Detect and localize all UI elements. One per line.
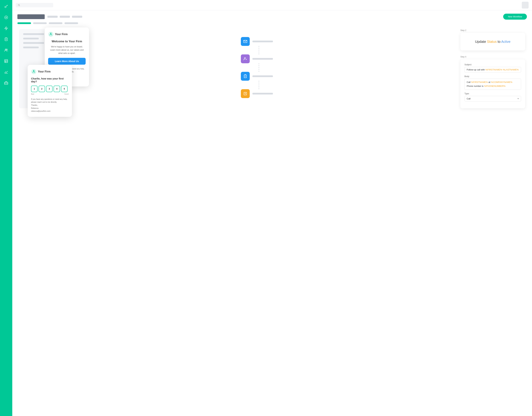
tab-1 bbox=[48, 16, 58, 18]
svg-point-7 bbox=[5, 49, 6, 50]
welcome-firm-name: Your Firm bbox=[55, 33, 67, 36]
body-input[interactable]: Call %FIRSTNAME% at %COMPANYNAME% Phone … bbox=[465, 79, 521, 90]
survey-modal-header: Your Firm bbox=[31, 69, 68, 74]
workflow-steps-center: Step 1 bbox=[62, 29, 452, 108]
rating-3[interactable]: 3 bbox=[46, 86, 53, 92]
workflow-step-3 bbox=[241, 72, 273, 81]
welcome-body: We're happy to have you on board. Learn … bbox=[48, 45, 86, 55]
workflow-step-1 bbox=[241, 37, 273, 46]
briefcase-icon[interactable] bbox=[3, 80, 9, 86]
type-label: Type: bbox=[465, 93, 521, 95]
step2-title: Update Status to Active bbox=[466, 40, 520, 44]
survey-footer-email: rebecca@yourfirm.com bbox=[31, 110, 68, 113]
skeleton-2 bbox=[23, 38, 39, 39]
subject-vars: %FIRSTNAME% %LASTNAME% bbox=[485, 68, 519, 71]
body-group: Body: Call %FIRSTNAME% at %COMPANYNAME% … bbox=[465, 75, 521, 90]
topbar bbox=[12, 0, 532, 10]
learn-more-button[interactable]: Learn More About Us bbox=[48, 58, 86, 65]
workflow-wrapper: Step 1 bbox=[17, 28, 527, 110]
body-line2-prefix: Phone number is bbox=[467, 85, 484, 87]
sidebar bbox=[0, 0, 12, 416]
subject-input[interactable]: Follow-up call with %FIRSTNAME% %LASTNAM… bbox=[465, 67, 521, 73]
rating-good-label: Good bbox=[65, 93, 68, 95]
new-workflow-button[interactable]: New Workflow bbox=[503, 14, 527, 20]
step4-group: Step 4 Subject: Follow-up call with %FIR… bbox=[460, 56, 525, 108]
step2-icon bbox=[241, 54, 250, 63]
team-icon[interactable] bbox=[3, 47, 9, 53]
welcome-title: Welcome to Your Firm bbox=[48, 40, 86, 43]
svg-point-26 bbox=[50, 33, 51, 34]
rating-1[interactable]: 1 bbox=[31, 86, 38, 92]
logo-icon[interactable] bbox=[3, 3, 9, 9]
clipboard-icon[interactable] bbox=[3, 36, 9, 42]
tab-2 bbox=[60, 16, 70, 18]
subject-group: Subject: Follow-up call with %FIRSTNAME%… bbox=[465, 64, 521, 73]
step3-icon bbox=[241, 72, 250, 81]
survey-footer: If you have any questions or need any he… bbox=[31, 98, 68, 113]
connector-2 bbox=[259, 63, 259, 72]
chart-icon[interactable] bbox=[3, 69, 9, 75]
survey-footer-sign: Thanks, bbox=[31, 104, 68, 107]
firm-logo-icon bbox=[48, 32, 54, 37]
step2-tag: Step 2 bbox=[460, 29, 525, 32]
content-area: New Workflow Step 1 bbox=[12, 10, 532, 416]
type-group: Type: Call Email Meeting bbox=[465, 93, 521, 102]
body-var1: %FIRSTNAME% bbox=[471, 81, 488, 83]
header-tabs bbox=[48, 16, 82, 18]
right-panel: Step 2 Update Status to Active Step 4 bbox=[460, 29, 525, 108]
tab-progress-2 bbox=[49, 22, 62, 24]
body-var2: %COMPANYNAME% bbox=[491, 81, 512, 83]
svg-point-0 bbox=[5, 6, 6, 8]
subject-prefix: Follow-up call with bbox=[467, 68, 485, 71]
step4-tag: Step 4 bbox=[460, 56, 525, 58]
svg-rect-19 bbox=[244, 75, 247, 78]
subject-label: Subject: bbox=[465, 64, 521, 66]
tab-3 bbox=[72, 16, 82, 18]
step4-icon bbox=[241, 89, 250, 98]
step2-prefix: Update bbox=[475, 40, 487, 44]
survey-footer-line1: If you have any questions or need any he… bbox=[31, 98, 68, 104]
table-icon[interactable] bbox=[3, 58, 9, 64]
compass-icon[interactable] bbox=[3, 14, 9, 20]
rating-bad-label: Bad bbox=[31, 93, 34, 95]
step2-card: Update Status to Active bbox=[460, 33, 525, 50]
step3-label bbox=[252, 76, 273, 77]
svg-marker-3 bbox=[5, 27, 8, 30]
survey-footer-name: Rebecca bbox=[31, 107, 68, 110]
rating-5[interactable]: 5 bbox=[61, 86, 67, 92]
step2-status: Status bbox=[487, 40, 497, 44]
svg-point-8 bbox=[6, 49, 7, 50]
page-title-skeleton bbox=[17, 14, 45, 19]
rating-4[interactable]: 4 bbox=[54, 86, 60, 92]
svg-point-28 bbox=[33, 70, 34, 71]
type-select[interactable]: Call Email Meeting bbox=[465, 96, 521, 102]
tab-progress-3 bbox=[65, 22, 78, 24]
step4-label bbox=[252, 93, 273, 95]
step2-card-content: Update Status to Active bbox=[460, 33, 525, 50]
skeleton-4 bbox=[23, 47, 39, 48]
step2-active: Active bbox=[501, 40, 511, 44]
topbar-avatar bbox=[522, 2, 529, 9]
rating-2[interactable]: 2 bbox=[38, 86, 45, 92]
step2-group: Step 2 Update Status to Active bbox=[460, 29, 525, 50]
rating-row[interactable]: 1 2 3 4 5 bbox=[31, 86, 68, 92]
tab-progress-1 bbox=[33, 22, 47, 24]
step1-label bbox=[252, 41, 273, 42]
modal-header: Your Firm bbox=[48, 32, 86, 37]
main-content: New Workflow Step 1 bbox=[12, 0, 532, 416]
rating-labels: Bad Good bbox=[31, 93, 68, 95]
step4-card: Subject: Follow-up call with %FIRSTNAME%… bbox=[460, 59, 525, 108]
search-box[interactable] bbox=[16, 3, 53, 7]
survey-title: Charlie, how was your first day? bbox=[31, 77, 68, 83]
workflow-step-2 bbox=[241, 54, 273, 63]
tab-progress bbox=[17, 22, 527, 24]
svg-point-16 bbox=[18, 4, 19, 6]
body-line1-prefix: Call bbox=[467, 81, 471, 83]
step2-to: to bbox=[497, 40, 501, 44]
body-label: Body: bbox=[465, 75, 521, 78]
svg-point-18 bbox=[244, 57, 246, 59]
step2-label bbox=[252, 58, 273, 60]
connector-3 bbox=[259, 81, 259, 89]
bolt-icon[interactable] bbox=[3, 25, 9, 31]
step1-icon bbox=[241, 37, 250, 46]
